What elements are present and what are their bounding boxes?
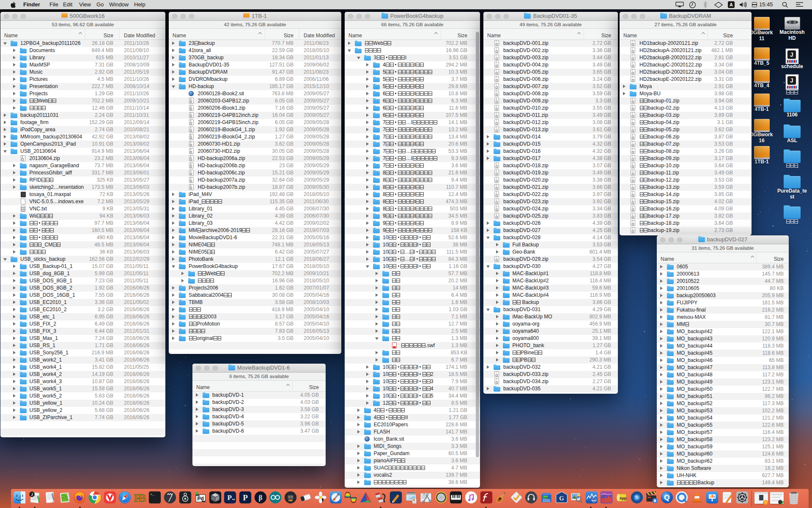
svg-text:Free: Free (543, 496, 548, 499)
svg-text:intel: intel (592, 499, 596, 502)
svg-text:>_: >_ (151, 493, 155, 496)
svg-text:J: J (31, 492, 33, 497)
svg-text:App: App (620, 496, 627, 500)
svg-text:Pd: Pd (198, 496, 204, 502)
svg-text:G: G (559, 495, 564, 502)
svg-text:β: β (258, 494, 262, 502)
svg-text:P: P (228, 494, 232, 502)
svg-text:P: P (243, 493, 248, 502)
svg-text:B: B (139, 492, 146, 504)
svg-text:Q: Q (664, 493, 669, 502)
